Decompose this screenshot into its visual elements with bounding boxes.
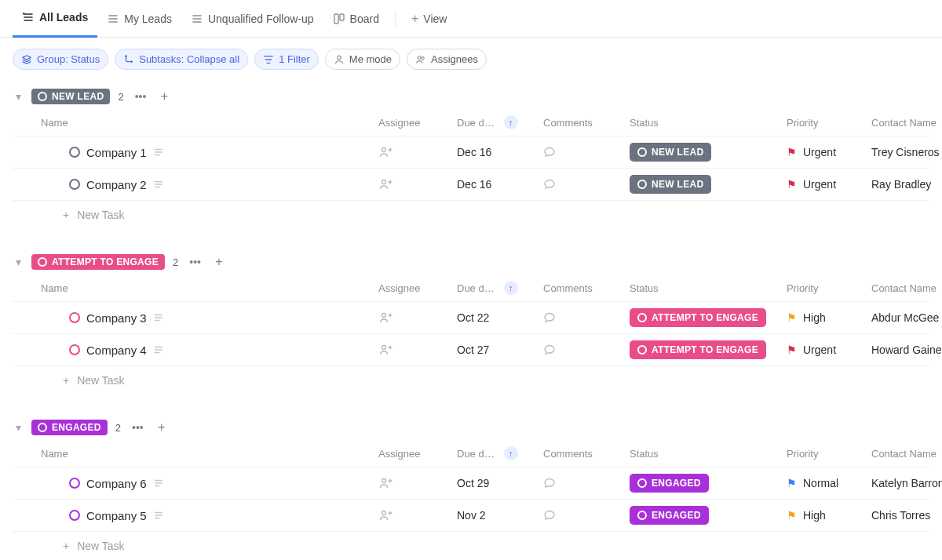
- col-comments[interactable]: Comments: [543, 448, 630, 460]
- task-row[interactable]: Company 3 Oct 22 ATTEMPT TO ENGAGE ⚑ Hig…: [13, 302, 929, 334]
- comments-button[interactable]: [543, 146, 630, 158]
- col-due[interactable]: Due d… ↑: [457, 446, 543, 460]
- assign-button[interactable]: [378, 145, 457, 159]
- status-cell[interactable]: ATTEMPT TO ENGAGE: [630, 340, 787, 359]
- group-add-task-icon[interactable]: +: [157, 89, 171, 104]
- col-priority[interactable]: Priority: [787, 117, 871, 129]
- priority-cell[interactable]: ⚑ High: [787, 311, 871, 324]
- status-dot-icon[interactable]: [69, 344, 80, 355]
- me-mode-chip[interactable]: Me mode: [325, 49, 400, 70]
- group-header: ▾ ENGAGED 2 ••• +: [13, 412, 929, 440]
- collapse-caret-icon[interactable]: ▾: [13, 256, 24, 268]
- comments-button[interactable]: [543, 509, 630, 522]
- col-comments[interactable]: Comments: [543, 117, 630, 129]
- status-dot-icon[interactable]: [69, 478, 80, 489]
- task-row[interactable]: Company 5 Nov 2 ENGAGED ⚑ High Chris Tor…: [13, 500, 929, 532]
- contact-name[interactable]: Trey Cisneros: [871, 146, 942, 158]
- assign-button[interactable]: [378, 177, 457, 191]
- comments-button[interactable]: [543, 477, 630, 489]
- status-dot-icon[interactable]: [69, 510, 80, 521]
- col-priority[interactable]: Priority: [787, 448, 871, 460]
- priority-label: Urgent: [803, 344, 836, 356]
- comments-button[interactable]: [543, 178, 630, 191]
- comments-button[interactable]: [543, 344, 630, 356]
- status-cell[interactable]: ATTEMPT TO ENGAGE: [630, 308, 787, 327]
- col-name[interactable]: Name: [41, 117, 378, 129]
- filter-chip[interactable]: 1 Filter: [254, 49, 319, 70]
- col-contact[interactable]: Contact Name: [871, 117, 942, 129]
- assign-button[interactable]: [378, 508, 457, 522]
- contact-name[interactable]: Katelyn Barron: [871, 477, 942, 489]
- group-status-pill[interactable]: ENGAGED: [31, 420, 108, 435]
- task-row[interactable]: Company 6 Oct 29 ENGAGED ⚑ Normal Kately…: [13, 467, 929, 500]
- due-date[interactable]: Dec 16: [457, 178, 543, 191]
- due-date[interactable]: Oct 22: [457, 311, 543, 324]
- group-chip[interactable]: Group: Status: [13, 49, 108, 70]
- priority-cell[interactable]: ⚑ High: [787, 509, 871, 522]
- col-assignee[interactable]: Assignee: [378, 448, 457, 460]
- tab-my-leads[interactable]: My Leads: [97, 0, 181, 38]
- new-task-button[interactable]: + New Task: [13, 532, 929, 560]
- assign-button[interactable]: [378, 343, 457, 357]
- status-cell[interactable]: ENGAGED: [630, 506, 787, 525]
- due-date[interactable]: Dec 16: [457, 146, 543, 158]
- tab-all-leads[interactable]: All Leads: [13, 0, 97, 38]
- due-date[interactable]: Oct 27: [457, 344, 543, 356]
- new-task-button[interactable]: + New Task: [13, 201, 929, 234]
- add-view-button[interactable]: + View: [402, 0, 456, 38]
- tab-board[interactable]: Board: [323, 0, 389, 38]
- due-date[interactable]: Nov 2: [457, 509, 543, 522]
- status-dot-icon[interactable]: [69, 147, 80, 158]
- group-status-pill[interactable]: NEW LEAD: [31, 89, 110, 104]
- col-assignee[interactable]: Assignee: [378, 117, 457, 129]
- priority-cell[interactable]: ⚑ Normal: [787, 477, 871, 489]
- task-row[interactable]: Company 2 Dec 16 NEW LEAD ⚑ Urgent Ray B…: [13, 169, 929, 201]
- subtasks-chip[interactable]: Subtasks: Collapse all: [115, 49, 248, 70]
- sort-asc-icon[interactable]: ↑: [504, 115, 518, 129]
- contact-name[interactable]: Ray Bradley: [871, 178, 942, 191]
- col-contact[interactable]: Contact Name: [871, 448, 942, 460]
- status-dot-icon[interactable]: [69, 312, 80, 323]
- task-row[interactable]: Company 4 Oct 27 ATTEMPT TO ENGAGE ⚑ Urg…: [13, 334, 929, 366]
- col-name[interactable]: Name: [41, 448, 378, 460]
- col-status[interactable]: Status: [630, 282, 787, 294]
- assign-button[interactable]: [378, 476, 457, 490]
- status-cell[interactable]: NEW LEAD: [630, 143, 787, 162]
- group-add-task-icon[interactable]: +: [155, 420, 169, 435]
- contact-name[interactable]: Chris Torres: [871, 509, 942, 522]
- collapse-caret-icon[interactable]: ▾: [13, 90, 24, 103]
- priority-label: High: [803, 509, 826, 522]
- collapse-caret-icon[interactable]: ▾: [13, 421, 24, 434]
- assign-button[interactable]: [378, 311, 457, 325]
- status-cell[interactable]: ENGAGED: [630, 474, 787, 493]
- priority-cell[interactable]: ⚑ Urgent: [787, 178, 871, 191]
- task-row[interactable]: Company 1 Dec 16 NEW LEAD ⚑ Urgent Trey …: [13, 136, 929, 169]
- assignees-chip[interactable]: Assignees: [407, 49, 487, 70]
- status-cell[interactable]: NEW LEAD: [630, 175, 787, 194]
- col-assignee[interactable]: Assignee: [378, 282, 457, 294]
- group-more-icon[interactable]: •••: [186, 256, 204, 268]
- priority-cell[interactable]: ⚑ Urgent: [787, 344, 871, 356]
- col-comments[interactable]: Comments: [543, 282, 630, 294]
- contact-name[interactable]: Abdur McGee: [871, 311, 942, 324]
- col-due[interactable]: Due d… ↑: [457, 115, 543, 129]
- tab-unqualified[interactable]: Unqualified Follow-up: [181, 0, 323, 38]
- col-priority[interactable]: Priority: [787, 282, 871, 294]
- col-status[interactable]: Status: [630, 117, 787, 129]
- status-dot-icon[interactable]: [69, 179, 80, 190]
- col-name[interactable]: Name: [41, 282, 378, 294]
- sort-asc-icon[interactable]: ↑: [504, 281, 518, 295]
- priority-cell[interactable]: ⚑ Urgent: [787, 146, 871, 158]
- group-add-task-icon[interactable]: +: [212, 255, 226, 269]
- new-task-button[interactable]: + New Task: [13, 366, 929, 399]
- col-due[interactable]: Due d… ↑: [457, 281, 543, 295]
- contact-name[interactable]: Howard Gaines: [871, 344, 942, 356]
- group-more-icon[interactable]: •••: [129, 421, 147, 434]
- sort-asc-icon[interactable]: ↑: [504, 446, 518, 460]
- col-status[interactable]: Status: [630, 448, 787, 460]
- due-date[interactable]: Oct 29: [457, 477, 543, 489]
- group-status-pill[interactable]: ATTEMPT TO ENGAGE: [31, 254, 165, 270]
- col-contact[interactable]: Contact Name: [871, 282, 942, 294]
- group-more-icon[interactable]: •••: [132, 90, 150, 103]
- comments-button[interactable]: [543, 311, 630, 324]
